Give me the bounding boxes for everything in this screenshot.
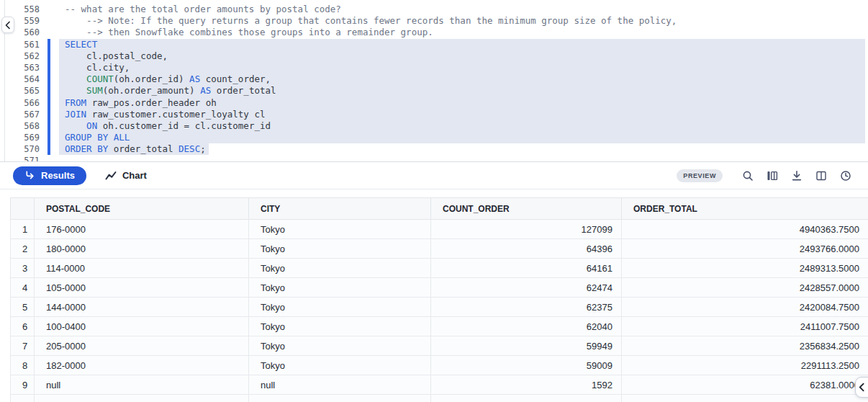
history-button[interactable] xyxy=(835,165,856,187)
split-panel-icon xyxy=(815,170,827,182)
data-cell[interactable]: 1592 xyxy=(431,375,622,395)
table-row: 6100-0400Tokyo620402411007.7500 xyxy=(11,317,868,336)
split-panel-button[interactable] xyxy=(810,165,832,187)
data-cell[interactable]: null xyxy=(35,375,249,395)
data-cell[interactable]: 64396 xyxy=(431,239,622,259)
header-count-order[interactable]: COUNT_ORDER xyxy=(431,198,622,220)
line-number: 561 xyxy=(0,39,48,50)
empty-cell xyxy=(431,395,622,402)
download-button[interactable] xyxy=(786,165,808,187)
data-cell[interactable]: 62381.0000 xyxy=(622,375,868,395)
data-cell[interactable]: Tokyo xyxy=(249,278,431,298)
row-number-cell: 1 xyxy=(11,220,35,239)
data-cell[interactable]: Tokyo xyxy=(249,336,431,356)
header-rownum xyxy=(11,198,35,220)
code-text[interactable]: cl.postal_code, xyxy=(59,50,865,62)
data-cell[interactable]: 64161 xyxy=(431,259,622,278)
data-cell[interactable]: 62040 xyxy=(431,317,622,336)
code-text[interactable]: JOIN raw_customer.customer_loyalty cl xyxy=(59,109,865,120)
code-text[interactable]: SELECT xyxy=(59,39,865,50)
code-line: 568 ON oh.customer_id = cl.customer_id xyxy=(0,120,868,132)
columns-button[interactable] xyxy=(761,165,783,187)
data-cell[interactable]: 2420084.7500 xyxy=(622,298,868,317)
data-cell[interactable]: 62375 xyxy=(431,298,622,317)
line-number: 568 xyxy=(0,120,48,132)
line-number: 567 xyxy=(0,109,48,120)
tab-results[interactable]: Results xyxy=(13,166,86,185)
chevron-left-icon xyxy=(4,21,12,30)
data-cell[interactable]: Tokyo xyxy=(249,259,431,278)
selection-bar xyxy=(48,143,50,155)
code-line: 559 --> Note: If the query returns a gro… xyxy=(0,15,868,27)
sql-editor[interactable]: 558-- what are the total order amounts b… xyxy=(0,0,868,162)
data-cell[interactable]: 176-0000 xyxy=(35,220,249,239)
data-cell[interactable]: Tokyo xyxy=(249,356,431,375)
header-postal-code[interactable]: POSTAL_CODE xyxy=(35,198,249,220)
code-text[interactable]: ORDER BY order_total DESC; xyxy=(59,143,865,155)
data-cell[interactable]: 182-0000 xyxy=(35,356,249,375)
data-cell[interactable]: 59009 xyxy=(431,356,622,375)
tab-chart[interactable]: Chart xyxy=(105,170,147,181)
code-lines: 558-- what are the total order amounts b… xyxy=(0,4,868,162)
code-text[interactable]: cl.city, xyxy=(59,62,865,73)
return-arrow-icon xyxy=(24,170,35,181)
row-number-cell: 9 xyxy=(11,375,35,395)
code-line: 571 xyxy=(0,155,868,162)
data-cell[interactable]: 100-0400 xyxy=(35,317,249,336)
table-row: 3114-0000Tokyo641612489313.5000 xyxy=(11,259,868,278)
data-cell[interactable]: 205-0000 xyxy=(35,336,249,356)
code-line: 558-- what are the total order amounts b… xyxy=(0,4,868,15)
data-cell[interactable]: 2489313.5000 xyxy=(622,259,868,278)
code-text[interactable]: --> Note: If the query returns a group t… xyxy=(59,15,865,27)
tab-chart-label: Chart xyxy=(122,170,147,181)
selection-bar xyxy=(48,132,50,143)
data-cell[interactable]: 114-0000 xyxy=(35,259,249,278)
line-number: 570 xyxy=(0,143,48,155)
data-cell[interactable]: 105-0000 xyxy=(35,278,249,298)
header-city[interactable]: CITY xyxy=(249,198,431,220)
collapse-panel-button[interactable] xyxy=(855,377,868,398)
selection-bar xyxy=(48,4,50,15)
header-order-total[interactable]: ORDER_TOTAL xyxy=(622,198,868,220)
code-text[interactable]: --> then Snowflake combines those groups… xyxy=(59,27,865,38)
row-number-cell: 5 xyxy=(11,298,35,317)
table-header-row: POSTAL_CODE CITY COUNT_ORDER ORDER_TOTAL xyxy=(11,198,868,220)
data-cell[interactable]: Tokyo xyxy=(249,239,431,259)
row-number-cell: 6 xyxy=(11,317,35,336)
data-cell[interactable]: Tokyo xyxy=(249,298,431,317)
selection-bar xyxy=(48,155,50,162)
data-cell[interactable]: 2356834.2500 xyxy=(622,336,868,356)
row-number-cell: 3 xyxy=(11,259,35,278)
line-number: 558 xyxy=(0,4,48,15)
results-grid: POSTAL_CODE CITY COUNT_ORDER ORDER_TOTAL… xyxy=(10,197,868,402)
code-text[interactable] xyxy=(59,155,865,162)
data-cell[interactable]: Tokyo xyxy=(249,317,431,336)
line-number: 571 xyxy=(0,155,48,162)
code-text[interactable]: COUNT(oh.order_id) AS count_order, xyxy=(59,73,865,85)
code-text[interactable]: SUM(oh.order_amount) AS order_total xyxy=(59,85,865,97)
data-cell[interactable]: 4940363.7500 xyxy=(622,220,868,239)
data-cell[interactable]: 59949 xyxy=(431,336,622,356)
data-cell[interactable]: 2411007.7500 xyxy=(622,317,868,336)
code-line: 560 --> then Snowflake combines those gr… xyxy=(0,27,868,38)
table-row: 7205-0000Tokyo599492356834.2500 xyxy=(11,336,868,356)
data-cell[interactable]: Tokyo xyxy=(249,220,431,239)
data-cell[interactable]: 62474 xyxy=(431,278,622,298)
data-cell[interactable]: 2291113.2500 xyxy=(622,356,868,375)
data-cell[interactable]: 2428557.0000 xyxy=(622,278,868,298)
code-text[interactable]: GROUP BY ALL xyxy=(59,132,865,143)
data-cell[interactable]: 2493766.0000 xyxy=(622,239,868,259)
data-cell[interactable]: 127099 xyxy=(431,220,622,239)
code-text[interactable]: -- what are the total order amounts by p… xyxy=(59,4,865,15)
data-cell[interactable]: 144-0000 xyxy=(35,298,249,317)
search-button[interactable] xyxy=(737,165,759,187)
collapse-sidebar-button[interactable] xyxy=(1,17,14,33)
data-cell[interactable]: null xyxy=(249,375,431,395)
code-line: 566FROM raw_pos.order_header oh xyxy=(0,97,868,109)
code-text[interactable]: ON oh.customer_id = cl.customer_id xyxy=(59,120,865,132)
code-text[interactable]: FROM raw_pos.order_header oh xyxy=(59,97,865,109)
row-number-cell: 2 xyxy=(11,239,35,259)
table-row: 5144-0000Tokyo623752420084.7500 xyxy=(11,298,868,317)
line-number: 563 xyxy=(0,62,48,73)
data-cell[interactable]: 180-0000 xyxy=(35,239,249,259)
